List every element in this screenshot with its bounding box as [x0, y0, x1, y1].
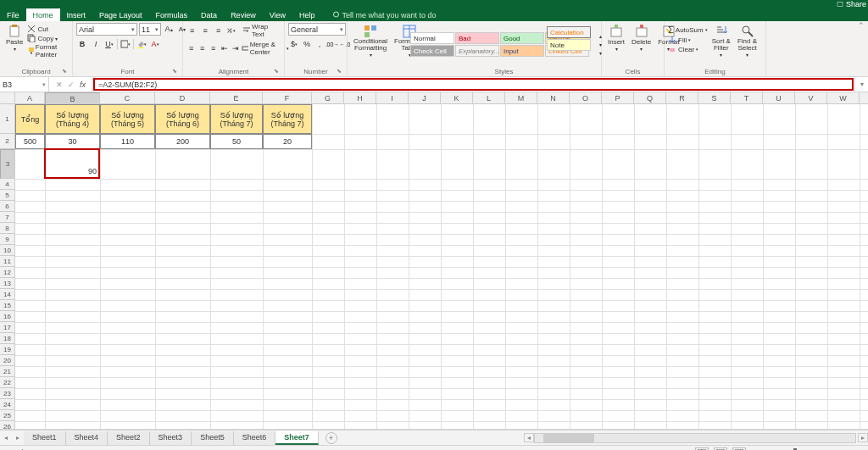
style-good[interactable]: Good	[500, 32, 544, 44]
col-header-H[interactable]: H	[344, 92, 376, 103]
borders-button[interactable]: ▾	[120, 38, 131, 50]
sheet-nav-prev[interactable]: ▸	[12, 434, 24, 442]
conditional-formatting-button[interactable]: Conditional Formatting▾	[351, 23, 390, 59]
row-header-24[interactable]: 24	[0, 399, 15, 410]
align-center-button[interactable]: ≡	[198, 42, 207, 54]
col-header-S[interactable]: S	[698, 92, 731, 103]
cell-B2[interactable]: 30	[45, 134, 100, 149]
normal-view-button[interactable]	[695, 447, 709, 451]
tab-pagelayout[interactable]: Page Layout	[92, 8, 149, 21]
merge-center-button[interactable]: Merge & Center▾	[242, 41, 289, 56]
hscrollbar[interactable]	[534, 433, 856, 443]
cell-B3[interactable]: 90	[44, 148, 100, 179]
cell-D2[interactable]: 200	[155, 134, 210, 149]
clear-button[interactable]: Clear▾	[668, 45, 708, 53]
cell-C2[interactable]: 110	[100, 134, 155, 149]
cell-A2[interactable]: 500	[15, 134, 45, 149]
italic-button[interactable]: I	[90, 38, 102, 50]
sheet-nav-first[interactable]: ◂	[0, 434, 12, 442]
row-header-8[interactable]: 8	[0, 223, 15, 234]
enter-formula-button[interactable]: ✓	[68, 81, 75, 89]
col-header-V[interactable]: V	[795, 92, 827, 103]
align-bottom-button[interactable]: ≡	[213, 25, 224, 36]
row-header-26[interactable]: 26	[0, 421, 15, 430]
style-explanatory[interactable]: Explanatory...	[455, 45, 499, 57]
col-header-J[interactable]: J	[409, 92, 441, 103]
sheet-tab-sheet2[interactable]: Sheet2	[108, 431, 150, 445]
sheet-tab-sheet7[interactable]: Sheet7	[275, 431, 319, 445]
col-header-T[interactable]: T	[731, 92, 763, 103]
cell-D1[interactable]: Số lượng (Tháng 6)	[155, 104, 210, 134]
copy-button[interactable]: Copy▾	[27, 34, 69, 42]
row-header-19[interactable]: 19	[0, 344, 15, 355]
col-header-R[interactable]: R	[666, 92, 698, 103]
decrease-indent-button[interactable]: ⇤	[220, 42, 229, 54]
cut-button[interactable]: Cut	[27, 25, 69, 33]
accounting-format-button[interactable]: $▾	[288, 38, 300, 50]
row-header-12[interactable]: 12	[0, 267, 15, 278]
row-header-16[interactable]: 16	[0, 311, 15, 322]
clipboard-dialog-launcher[interactable]: ⬊	[62, 68, 67, 75]
find-select-button[interactable]: Find & Select▾	[735, 23, 760, 59]
align-middle-button[interactable]: ≡	[199, 25, 210, 36]
spreadsheet-grid[interactable]: ABCDEFGHIJKLMNOPQRSTUVW 1234567891011121…	[0, 92, 868, 430]
font-size-select[interactable]: 11▾	[139, 23, 161, 36]
style-normal[interactable]: Normal	[410, 32, 454, 44]
paste-button[interactable]: Paste ▾	[3, 23, 25, 53]
col-header-B[interactable]: B	[45, 92, 100, 105]
row-header-10[interactable]: 10	[0, 245, 15, 256]
fill-color-button[interactable]: ▾	[136, 38, 147, 50]
tab-view[interactable]: View	[263, 8, 292, 21]
hscroll-thumb[interactable]	[543, 434, 594, 442]
align-right-button[interactable]: ≡	[209, 42, 218, 54]
row-header-25[interactable]: 25	[0, 410, 15, 421]
autosum-button[interactable]: ΣAutoSum▾	[668, 25, 708, 35]
style-checkcell[interactable]: Check Cell	[410, 45, 454, 57]
align-top-button[interactable]: ≡	[186, 25, 198, 36]
col-header-M[interactable]: M	[505, 92, 537, 103]
page-break-view-button[interactable]	[732, 447, 746, 451]
bold-button[interactable]: B	[76, 38, 88, 50]
col-header-F[interactable]: F	[263, 92, 312, 103]
cell-C1[interactable]: Số lượng (Tháng 5)	[100, 104, 155, 134]
name-box[interactable]: B3▾	[0, 77, 49, 92]
format-painter-button[interactable]: Format Painter	[27, 43, 69, 58]
row-header-2[interactable]: 2	[0, 134, 15, 149]
cell-B1[interactable]: Số lượng (Tháng 4)	[45, 104, 100, 134]
font-name-select[interactable]: Arial▾	[76, 23, 137, 36]
sheet-tab-sheet5[interactable]: Sheet5	[192, 431, 234, 445]
tab-insert[interactable]: Insert	[60, 8, 93, 21]
tab-file[interactable]: File	[0, 8, 26, 21]
col-header-L[interactable]: L	[473, 92, 505, 103]
row-header-15[interactable]: 15	[0, 300, 15, 311]
sheet-tab-sheet3[interactable]: Sheet3	[150, 431, 192, 445]
col-header-I[interactable]: I	[376, 92, 409, 103]
increase-font-button[interactable]: A▴	[163, 23, 175, 35]
row-header-14[interactable]: 14	[0, 289, 15, 300]
tab-home[interactable]: Home	[26, 8, 60, 21]
style-bad[interactable]: Bad	[455, 32, 499, 44]
cell-A1[interactable]: Tổng	[15, 104, 45, 134]
style-calculation[interactable]: Calculation	[547, 26, 591, 38]
col-header-P[interactable]: P	[602, 92, 634, 103]
hscroll-right[interactable]: ▸	[858, 433, 868, 442]
increase-indent-button[interactable]: ⇥	[231, 42, 240, 54]
delete-cells-button[interactable]: Delete▾	[629, 23, 654, 53]
col-header-U[interactable]: U	[763, 92, 795, 103]
col-header-E[interactable]: E	[210, 92, 263, 103]
percent-button[interactable]: %	[301, 38, 313, 50]
underline-button[interactable]: U▾	[103, 38, 115, 50]
col-header-W[interactable]: W	[827, 92, 860, 103]
expand-formula-bar-button[interactable]: ▾	[854, 77, 868, 92]
tab-help[interactable]: Help	[292, 8, 322, 21]
align-left-button[interactable]: ≡	[186, 42, 196, 54]
cell-F1[interactable]: Số lượng (Tháng 7)	[263, 104, 312, 134]
orientation-button[interactable]: ⤭▾	[225, 25, 236, 36]
sort-filter-button[interactable]: Sort & Filter▾	[709, 23, 733, 59]
row-header-17[interactable]: 17	[0, 322, 15, 333]
wrap-text-button[interactable]: Wrap Text	[242, 23, 281, 38]
sheet-tab-sheet1[interactable]: Sheet1	[24, 431, 66, 445]
page-layout-view-button[interactable]	[714, 447, 727, 451]
font-color-button[interactable]: A▾	[149, 38, 161, 50]
style-input[interactable]: Input	[500, 45, 544, 57]
